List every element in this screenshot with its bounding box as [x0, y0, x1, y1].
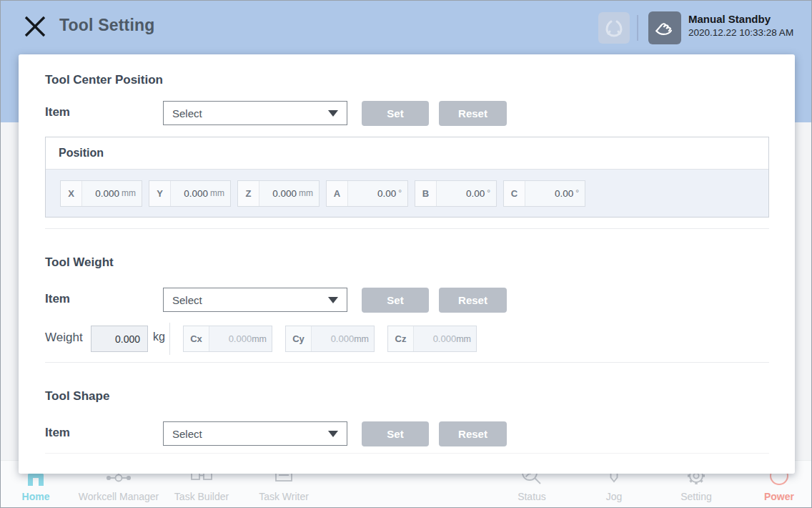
- manual-hand-icon: [652, 15, 678, 41]
- section-divider: [45, 362, 769, 363]
- position-field-b: B 0.00°: [415, 180, 497, 207]
- tcp-item-select[interactable]: Select: [163, 101, 347, 125]
- cog-field-cy: Cy 0.000mm: [285, 326, 375, 352]
- cog-field-cz: Cz 0.000mm: [387, 326, 477, 352]
- status-mode-text: Manual Standby: [688, 13, 793, 25]
- weight-unit-label: kg: [153, 331, 165, 343]
- position-panel-title: Position: [59, 147, 104, 160]
- gripper-icon-button[interactable]: [598, 12, 630, 44]
- position-panel-header: Position: [46, 137, 768, 170]
- field-unit: °: [575, 188, 579, 198]
- position-field-x: X 0.000mm: [60, 180, 142, 207]
- weight-item-select-value: Select: [172, 294, 328, 306]
- nav-label: Task Writer: [230, 491, 337, 502]
- tool-setting-screen: { "header": { "title": "Tool Setting", "…: [0, 0, 812, 508]
- field-label: B: [415, 181, 437, 206]
- field-value: 0.000: [272, 188, 297, 199]
- shape-item-select-value: Select: [172, 428, 328, 440]
- field-unit: mm: [122, 188, 136, 198]
- status-datetime: 2020.12.22 10:33:28 AM: [688, 27, 793, 38]
- field-value: 0.000: [433, 333, 457, 344]
- field-label: C: [504, 181, 525, 206]
- shape-item-select[interactable]: Select: [163, 421, 347, 446]
- field-value: 0.00: [377, 188, 396, 199]
- gripper-icon: [602, 16, 626, 40]
- field-label: Z: [238, 181, 259, 206]
- header-divider: [637, 15, 638, 41]
- field-unit: mm: [210, 188, 224, 198]
- weight-set-button[interactable]: Set: [362, 288, 429, 313]
- tcp-item-label: Item: [45, 105, 70, 119]
- position-panel: Position X 0.000mm Y 0.000mm Z 0.000mm A…: [45, 137, 769, 218]
- field-value: 0.00: [555, 188, 573, 199]
- field-value: 0.000: [95, 188, 119, 199]
- chevron-down-icon: [328, 431, 338, 437]
- weight-item-select[interactable]: Select: [163, 288, 347, 312]
- weight-item-label: Item: [45, 292, 70, 306]
- tool-setting-modal: Tool Center Position Item Select Set Res…: [19, 54, 795, 474]
- field-unit: mm: [252, 334, 267, 344]
- field-label: Cx: [184, 326, 209, 351]
- field-unit: mm: [299, 188, 313, 198]
- position-field-a: A 0.00°: [326, 180, 408, 207]
- shape-item-label: Item: [45, 426, 70, 440]
- field-value: 0.000: [229, 333, 252, 344]
- field-value: 0.000: [331, 333, 355, 344]
- position-field-z: Z 0.000mm: [237, 180, 320, 207]
- section-divider: [45, 453, 769, 454]
- tcp-reset-button[interactable]: Reset: [439, 101, 507, 126]
- chevron-down-icon: [328, 297, 338, 303]
- field-unit: °: [487, 188, 490, 198]
- position-field-y: Y 0.000mm: [149, 180, 231, 207]
- field-label: Y: [149, 181, 171, 206]
- field-label: A: [327, 181, 348, 206]
- position-field-c: C 0.00°: [503, 180, 585, 207]
- nav-label: Power: [726, 491, 812, 502]
- section-heading-tool-weight: Tool Weight: [45, 255, 114, 270]
- weight-row-divider: [169, 323, 170, 355]
- weight-reset-button[interactable]: Reset: [439, 288, 507, 313]
- page-title: Tool Setting: [59, 16, 155, 35]
- field-unit: mm: [354, 334, 369, 344]
- manual-mode-button[interactable]: [648, 11, 681, 44]
- shape-reset-button[interactable]: Reset: [439, 421, 507, 446]
- cog-field-cx: Cx 0.000mm: [183, 326, 272, 352]
- field-unit: mm: [456, 334, 471, 344]
- field-value: 0.00: [466, 188, 485, 199]
- weight-label: Weight: [45, 331, 83, 345]
- field-value: 0.000: [184, 188, 208, 199]
- section-heading-tool-shape: Tool Shape: [45, 389, 109, 404]
- close-icon[interactable]: [21, 12, 49, 41]
- robot-status: Manual Standby 2020.12.22 10:33:28 AM: [688, 13, 793, 38]
- chevron-down-icon: [328, 110, 338, 117]
- field-unit: °: [398, 188, 402, 198]
- field-label: Cz: [388, 326, 414, 351]
- tcp-set-button[interactable]: Set: [362, 101, 429, 126]
- position-panel-body: X 0.000mm Y 0.000mm Z 0.000mm A 0.00° B …: [46, 170, 768, 217]
- weight-value: 0.000: [115, 333, 140, 345]
- section-divider: [45, 228, 769, 229]
- tcp-item-select-value: Select: [172, 107, 328, 119]
- field-label: Cy: [286, 326, 312, 351]
- field-label: X: [61, 181, 82, 206]
- section-heading-tool-center-position: Tool Center Position: [45, 73, 163, 87]
- weight-input[interactable]: 0.000: [91, 326, 148, 352]
- shape-set-button[interactable]: Set: [362, 421, 429, 446]
